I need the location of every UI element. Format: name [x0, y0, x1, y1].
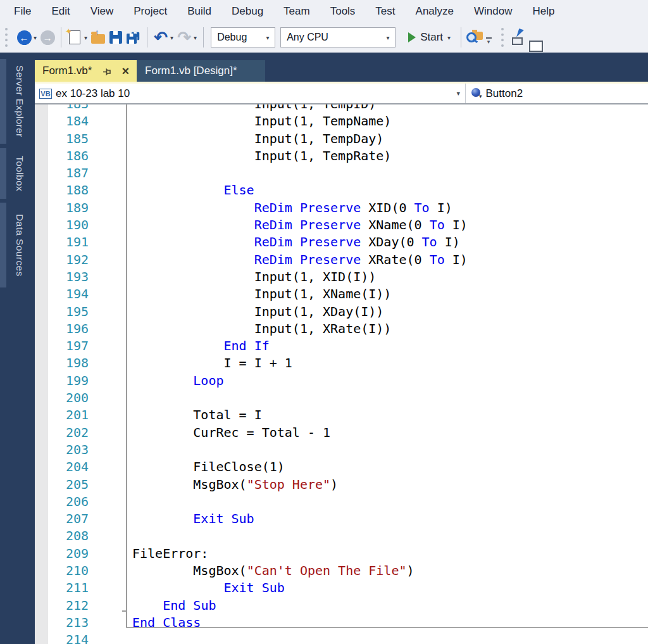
code-text: MsgBox("Can't Open The File")	[89, 562, 414, 579]
navigate-back-button[interactable]: ←	[15, 26, 33, 49]
menu-item-test[interactable]: Test	[365, 0, 405, 22]
save-all-button[interactable]	[125, 26, 142, 49]
code-text: ReDim Preserve XID(0 To I)	[89, 199, 452, 217]
close-icon[interactable]: ×	[122, 66, 129, 76]
chevron-down-icon[interactable]: ▾	[261, 34, 275, 41]
sidebar-tab-label: Toolbox	[14, 156, 25, 191]
code-text: Input(1, XDay(I))	[89, 303, 383, 320]
menu-item-debug[interactable]: Debug	[221, 0, 273, 22]
menu-item-build[interactable]: Build	[177, 0, 221, 22]
toolbar-drag-handle[interactable]	[5, 28, 11, 47]
code-text: I = I + 1	[89, 355, 292, 372]
sidebar-tab-toolbox[interactable]: Toolbox	[0, 148, 35, 199]
line-number: 213	[35, 614, 89, 631]
start-label: Start	[420, 31, 443, 44]
undo-button[interactable]: ↶	[152, 26, 170, 49]
line-number: 214	[35, 631, 89, 644]
line-number: 200	[35, 389, 89, 407]
code-text: Input(1, XRate(I))	[89, 320, 391, 338]
toolbar-drag-handle[interactable]	[501, 28, 508, 47]
member-value: Button2	[486, 87, 523, 100]
outline-guide-vertical	[126, 104, 127, 628]
code-text: Input(1, XName(I))	[89, 286, 391, 303]
open-file-button[interactable]: ↑	[89, 26, 107, 49]
line-number: 211	[35, 579, 89, 597]
navigate-forward-button[interactable]: →	[39, 26, 56, 49]
navigate-back-dropdown[interactable]: ▾	[34, 34, 37, 41]
redo-dropdown[interactable]: ▾	[194, 34, 197, 41]
line-number: 212	[35, 597, 89, 614]
save-button[interactable]	[107, 26, 125, 49]
tab-label: Form1.vb*	[42, 65, 92, 77]
toolbar-separator	[461, 27, 461, 47]
clipped-toolbar-icon[interactable]	[529, 41, 543, 52]
sidebar-tab-server-explorer[interactable]: Server Explorer	[0, 59, 35, 144]
menu-item-view[interactable]: View	[80, 0, 124, 22]
new-project-dropdown[interactable]: ▾	[84, 34, 87, 41]
find-in-files-icon	[466, 30, 483, 45]
menu-item-help[interactable]: Help	[523, 0, 565, 22]
line-number: 195	[35, 303, 89, 320]
navigate-back-icon: ←	[17, 30, 32, 45]
member-combo[interactable]: ▾ Button2	[466, 84, 648, 103]
menu-item-analyze[interactable]: Analyze	[406, 0, 464, 22]
tab-form1-vb[interactable]: Form1.vb* ×	[35, 60, 137, 82]
code-text: Exit Sub	[89, 579, 285, 597]
project-scope-value: ex 10-23 lab 10	[56, 87, 130, 100]
code-text: End Class	[89, 614, 201, 631]
toolbar-overflow-button[interactable]: ▾	[483, 37, 494, 44]
menu-item-edit[interactable]: Edit	[41, 0, 80, 22]
toolbar-separator	[203, 27, 204, 47]
solution-configuration-combo[interactable]: Debug ▾	[211, 27, 275, 47]
line-number: 205	[35, 476, 89, 493]
toolbar-separator	[61, 27, 61, 47]
code-text: Input(1, TempRate)	[89, 148, 391, 165]
selection-tool-icon	[512, 29, 528, 46]
line-number: 208	[35, 527, 89, 545]
find-in-files-button[interactable]	[466, 26, 483, 49]
line-number: 199	[35, 372, 89, 389]
code-text	[89, 631, 132, 644]
menu-item-tools[interactable]: Tools	[320, 0, 366, 22]
start-debugging-button[interactable]: Start ▾	[408, 31, 452, 44]
undo-dropdown[interactable]: ▾	[170, 34, 173, 41]
code-editor[interactable]: 183 Input(1, TempID)184 Input(1, TempNam…	[35, 104, 648, 644]
chevron-down-icon: ▾	[479, 93, 482, 99]
sidebar-tab-data-sources[interactable]: Data Sources	[0, 203, 35, 287]
redo-button[interactable]: ↷	[175, 26, 193, 49]
menu-item-file[interactable]: File	[4, 0, 41, 22]
line-number: 190	[35, 217, 89, 234]
solution-platform-combo[interactable]: Any CPU ▾	[280, 27, 396, 47]
solution-platform-value: Any CPU	[281, 32, 381, 43]
sidebar-tab-indicator	[0, 203, 6, 287]
outline-guide-tick	[122, 610, 126, 612]
line-number: 186	[35, 148, 89, 165]
chevron-down-icon[interactable]: ▾	[381, 34, 395, 41]
line-number: 196	[35, 320, 89, 338]
line-number: 203	[35, 441, 89, 458]
code-text: ReDim Preserve XDay(0 To I)	[89, 234, 460, 251]
code-text: Total = I	[89, 407, 262, 424]
start-dropdown[interactable]: ▾	[447, 34, 451, 41]
line-number: 191	[35, 234, 89, 251]
pin-icon[interactable]	[102, 67, 111, 77]
project-scope-combo[interactable]: VB ex 10-23 lab 10 ▾	[35, 84, 465, 103]
navigate-forward-icon: →	[40, 30, 55, 45]
menu-item-project[interactable]: Project	[123, 0, 177, 22]
menu-item-team[interactable]: Team	[273, 0, 320, 22]
chevron-down-icon[interactable]: ▾	[456, 89, 460, 98]
sidebar-tab-indicator	[0, 148, 6, 199]
new-project-button[interactable]: ✦	[66, 26, 84, 49]
menu-item-window[interactable]: Window	[464, 0, 522, 22]
line-number: 204	[35, 458, 89, 476]
sidebar-tab-label: Data Sources	[14, 214, 25, 277]
code-text: Input(1, TempID)	[89, 104, 376, 113]
document-tab-strip: Form1.vb* × Form1.vb [Design]*	[35, 60, 265, 82]
menu-bar: FileEditViewProjectBuildDebugTeamToolsTe…	[0, 0, 648, 22]
code-text: ReDim Preserve XRate(0 To I)	[89, 251, 468, 268]
tab-form1-vb-design[interactable]: Form1.vb [Design]*	[137, 60, 265, 82]
code-text: End If	[89, 338, 270, 355]
code-line-214: 214	[35, 631, 648, 644]
save-all-icon	[125, 30, 142, 45]
selection-tool-button[interactable]	[511, 26, 529, 49]
